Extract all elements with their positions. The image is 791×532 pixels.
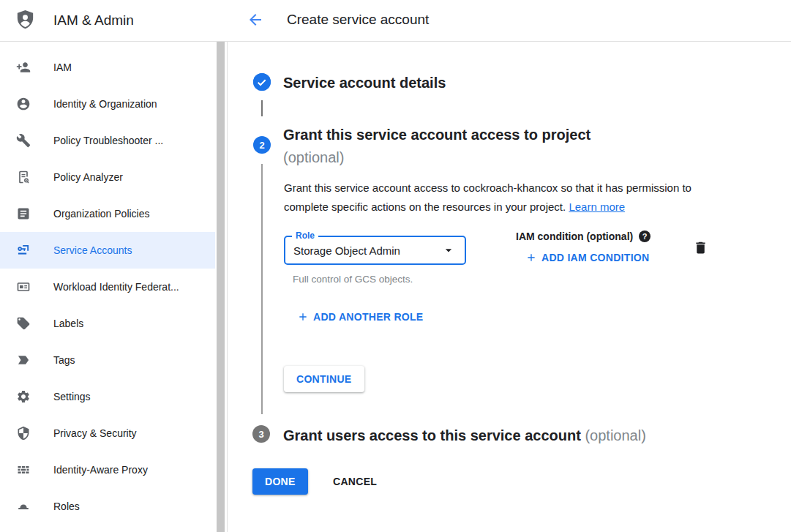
app-brand: IAM & Admin xyxy=(14,8,134,32)
sidebar-item-identity-aware-proxy[interactable]: Identity-Aware Proxy xyxy=(0,452,215,488)
document-icon xyxy=(16,206,31,221)
iam-admin-console: IAM & Admin Create service account IAM I… xyxy=(0,0,791,532)
sidebar-scrollbar[interactable] xyxy=(217,42,225,532)
sidebar-item-roles[interactable]: Roles xyxy=(0,488,215,525)
done-button[interactable]: DONE xyxy=(252,468,308,495)
sidebar-item-label: Roles xyxy=(53,501,80,512)
iam-shield-logo-icon xyxy=(14,8,37,32)
step2-description: Grant this service account access to coc… xyxy=(284,179,721,217)
step3-indicator: 3 xyxy=(252,425,270,443)
sidebar-item-label: IAM xyxy=(53,61,72,73)
sidebar-item-label: Labels xyxy=(53,318,83,329)
sidebar-item-label: Tags xyxy=(53,354,75,366)
shield-half-icon xyxy=(16,426,31,441)
step3-number: 3 xyxy=(258,429,263,440)
sidebar-item-label: Organization Policies xyxy=(53,208,150,220)
sidebar-item-service-accounts[interactable]: Service Accounts xyxy=(0,232,215,269)
person-add-icon xyxy=(16,60,31,75)
learn-more-link[interactable]: Learn more xyxy=(569,201,625,213)
role-select[interactable]: Role Storage Object Admin xyxy=(284,236,466,265)
sidebar-item-identity-organization[interactable]: Identity & Organization xyxy=(0,86,215,122)
back-arrow-icon xyxy=(247,11,264,29)
sidebar-item-label: Workload Identity Federat... xyxy=(53,281,179,293)
sidebar-item-iam[interactable]: IAM xyxy=(0,49,215,86)
add-iam-condition-button[interactable]: ADD IAM CONDITION xyxy=(525,252,649,263)
create-service-account-form: Service account details 2 Grant this ser… xyxy=(228,42,791,532)
cancel-button[interactable]: CANCEL xyxy=(326,468,384,495)
proxy-icon xyxy=(16,462,31,477)
iam-condition-header: IAM condition (optional) ? xyxy=(516,231,651,242)
top-header: IAM & Admin Create service account xyxy=(0,0,791,42)
sidebar-item-label: Policy Analyzer xyxy=(53,171,123,183)
help-icon[interactable]: ? xyxy=(639,231,651,242)
sidebar-item-label: Identity & Organization xyxy=(53,98,157,110)
step1-complete-indicator xyxy=(253,73,271,91)
plus-icon xyxy=(297,311,309,323)
service-account-key-icon xyxy=(16,243,31,258)
check-icon xyxy=(253,73,271,91)
page-title: Create service account xyxy=(287,12,429,28)
continue-button[interactable]: CONTINUE xyxy=(284,366,364,392)
sidebar-nav: IAM Identity & Organization Policy Troub… xyxy=(0,42,227,525)
sidebar-item-policy-analyzer[interactable]: Policy Analyzer xyxy=(0,159,215,195)
sidebar-item-label: Privacy & Security xyxy=(53,427,137,439)
sidebar-item-label: Identity-Aware Proxy xyxy=(53,464,148,476)
delete-role-button[interactable] xyxy=(693,240,708,258)
app-title: IAM & Admin xyxy=(53,12,134,29)
add-another-role-button[interactable]: ADD ANOTHER ROLE xyxy=(297,311,424,323)
back-button[interactable] xyxy=(246,11,265,30)
account-circle-icon xyxy=(16,97,31,111)
sidebar-item-workload-identity-federation[interactable]: Workload Identity Federat... xyxy=(0,269,215,305)
sidebar-item-label: Policy Troubleshooter ... xyxy=(53,135,163,146)
sidebar: IAM Identity & Organization Policy Troub… xyxy=(0,42,227,532)
step2-number: 2 xyxy=(259,140,264,151)
sidebar-item-policy-troubleshooter[interactable]: Policy Troubleshooter ... xyxy=(0,122,215,159)
role-selected-value: Storage Object Admin xyxy=(293,244,441,257)
sidebar-item-privacy-security[interactable]: Privacy & Security xyxy=(0,415,215,452)
label-tag-icon xyxy=(16,316,31,331)
wrench-icon xyxy=(16,133,31,148)
sidebar-item-label: Settings xyxy=(53,391,91,402)
chevron-down-icon xyxy=(441,243,456,258)
policy-analyzer-icon xyxy=(16,170,31,184)
iam-condition-label: IAM condition (optional) xyxy=(516,231,633,242)
trash-icon xyxy=(693,240,708,255)
sidebar-item-organization-policies[interactable]: Organization Policies xyxy=(0,195,215,232)
plus-icon xyxy=(525,252,537,263)
tag-arrow-icon xyxy=(16,353,31,367)
step-connector-line xyxy=(261,164,263,414)
sidebar-item-tags[interactable]: Tags xyxy=(0,342,215,378)
step3-optional-label: (optional) xyxy=(585,427,645,443)
step2-title: Grant this service account access to pro… xyxy=(283,124,693,169)
step1-title: Service account details xyxy=(283,72,446,94)
step-connector-line xyxy=(261,100,263,116)
gear-icon xyxy=(16,389,31,404)
sidebar-item-labels[interactable]: Labels xyxy=(0,305,215,342)
sidebar-item-settings[interactable]: Settings xyxy=(0,378,215,415)
role-helper-text: Full control of GCS objects. xyxy=(293,274,413,285)
role-field-label: Role xyxy=(292,231,318,241)
hat-icon xyxy=(16,499,31,514)
sidebar-item-label: Service Accounts xyxy=(53,244,132,256)
step3-title: Grant users access to this service accou… xyxy=(283,424,781,447)
step2-optional-label: (optional) xyxy=(283,149,344,165)
badge-card-icon xyxy=(16,280,31,294)
step2-indicator: 2 xyxy=(253,136,271,154)
